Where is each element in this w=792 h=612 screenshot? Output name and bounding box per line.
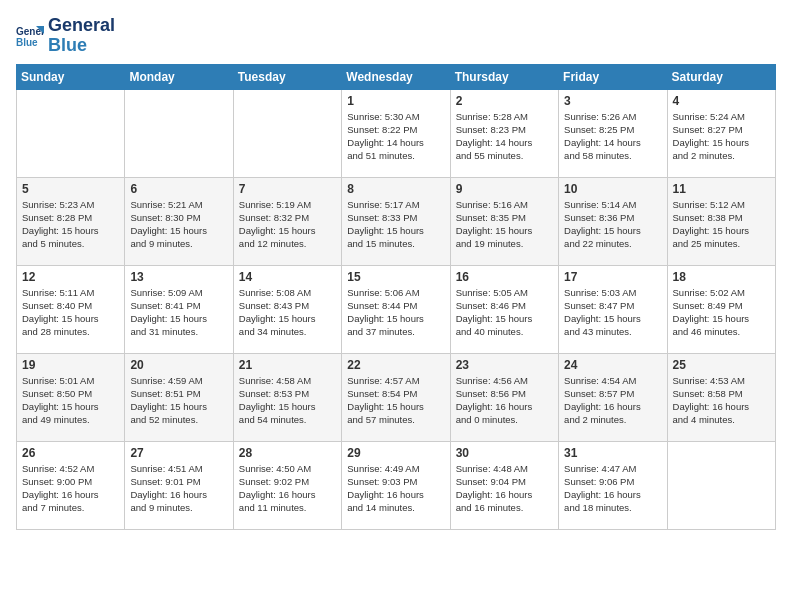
day-number: 15 — [347, 270, 444, 284]
logo: General Blue General Blue — [16, 16, 115, 56]
day-cell: 1Sunrise: 5:30 AM Sunset: 8:22 PM Daylig… — [342, 89, 450, 177]
day-number: 24 — [564, 358, 661, 372]
day-number: 26 — [22, 446, 119, 460]
day-cell: 30Sunrise: 4:48 AM Sunset: 9:04 PM Dayli… — [450, 441, 558, 529]
day-cell: 22Sunrise: 4:57 AM Sunset: 8:54 PM Dayli… — [342, 353, 450, 441]
header-cell-tuesday: Tuesday — [233, 64, 341, 89]
day-info: Sunrise: 4:48 AM Sunset: 9:04 PM Dayligh… — [456, 462, 553, 515]
day-number: 8 — [347, 182, 444, 196]
day-info: Sunrise: 4:53 AM Sunset: 8:58 PM Dayligh… — [673, 374, 770, 427]
day-number: 18 — [673, 270, 770, 284]
day-cell: 15Sunrise: 5:06 AM Sunset: 8:44 PM Dayli… — [342, 265, 450, 353]
day-info: Sunrise: 5:12 AM Sunset: 8:38 PM Dayligh… — [673, 198, 770, 251]
day-info: Sunrise: 5:09 AM Sunset: 8:41 PM Dayligh… — [130, 286, 227, 339]
day-number: 21 — [239, 358, 336, 372]
day-cell: 16Sunrise: 5:05 AM Sunset: 8:46 PM Dayli… — [450, 265, 558, 353]
day-info: Sunrise: 4:52 AM Sunset: 9:00 PM Dayligh… — [22, 462, 119, 515]
day-cell: 8Sunrise: 5:17 AM Sunset: 8:33 PM Daylig… — [342, 177, 450, 265]
day-number: 7 — [239, 182, 336, 196]
day-info: Sunrise: 4:57 AM Sunset: 8:54 PM Dayligh… — [347, 374, 444, 427]
day-number: 22 — [347, 358, 444, 372]
day-info: Sunrise: 5:17 AM Sunset: 8:33 PM Dayligh… — [347, 198, 444, 251]
day-cell: 9Sunrise: 5:16 AM Sunset: 8:35 PM Daylig… — [450, 177, 558, 265]
day-cell: 31Sunrise: 4:47 AM Sunset: 9:06 PM Dayli… — [559, 441, 667, 529]
day-number: 2 — [456, 94, 553, 108]
day-info: Sunrise: 5:19 AM Sunset: 8:32 PM Dayligh… — [239, 198, 336, 251]
day-info: Sunrise: 4:47 AM Sunset: 9:06 PM Dayligh… — [564, 462, 661, 515]
day-info: Sunrise: 5:11 AM Sunset: 8:40 PM Dayligh… — [22, 286, 119, 339]
day-info: Sunrise: 4:50 AM Sunset: 9:02 PM Dayligh… — [239, 462, 336, 515]
header-cell-sunday: Sunday — [17, 64, 125, 89]
day-info: Sunrise: 4:54 AM Sunset: 8:57 PM Dayligh… — [564, 374, 661, 427]
header-cell-saturday: Saturday — [667, 64, 775, 89]
day-cell: 17Sunrise: 5:03 AM Sunset: 8:47 PM Dayli… — [559, 265, 667, 353]
header-cell-monday: Monday — [125, 64, 233, 89]
header-cell-thursday: Thursday — [450, 64, 558, 89]
day-info: Sunrise: 5:14 AM Sunset: 8:36 PM Dayligh… — [564, 198, 661, 251]
day-cell: 18Sunrise: 5:02 AM Sunset: 8:49 PM Dayli… — [667, 265, 775, 353]
day-info: Sunrise: 5:05 AM Sunset: 8:46 PM Dayligh… — [456, 286, 553, 339]
day-cell: 2Sunrise: 5:28 AM Sunset: 8:23 PM Daylig… — [450, 89, 558, 177]
day-cell: 21Sunrise: 4:58 AM Sunset: 8:53 PM Dayli… — [233, 353, 341, 441]
svg-text:Blue: Blue — [16, 37, 38, 48]
day-number: 10 — [564, 182, 661, 196]
day-cell: 11Sunrise: 5:12 AM Sunset: 8:38 PM Dayli… — [667, 177, 775, 265]
day-number: 31 — [564, 446, 661, 460]
day-cell: 27Sunrise: 4:51 AM Sunset: 9:01 PM Dayli… — [125, 441, 233, 529]
day-cell: 19Sunrise: 5:01 AM Sunset: 8:50 PM Dayli… — [17, 353, 125, 441]
day-number: 20 — [130, 358, 227, 372]
day-cell: 4Sunrise: 5:24 AM Sunset: 8:27 PM Daylig… — [667, 89, 775, 177]
day-cell: 25Sunrise: 4:53 AM Sunset: 8:58 PM Dayli… — [667, 353, 775, 441]
header: General Blue General Blue — [16, 16, 776, 56]
week-row-4: 19Sunrise: 5:01 AM Sunset: 8:50 PM Dayli… — [17, 353, 776, 441]
day-cell: 28Sunrise: 4:50 AM Sunset: 9:02 PM Dayli… — [233, 441, 341, 529]
day-number: 29 — [347, 446, 444, 460]
day-cell: 7Sunrise: 5:19 AM Sunset: 8:32 PM Daylig… — [233, 177, 341, 265]
day-info: Sunrise: 5:08 AM Sunset: 8:43 PM Dayligh… — [239, 286, 336, 339]
day-info: Sunrise: 4:59 AM Sunset: 8:51 PM Dayligh… — [130, 374, 227, 427]
day-number: 23 — [456, 358, 553, 372]
week-row-2: 5Sunrise: 5:23 AM Sunset: 8:28 PM Daylig… — [17, 177, 776, 265]
day-cell: 5Sunrise: 5:23 AM Sunset: 8:28 PM Daylig… — [17, 177, 125, 265]
day-number: 14 — [239, 270, 336, 284]
week-row-1: 1Sunrise: 5:30 AM Sunset: 8:22 PM Daylig… — [17, 89, 776, 177]
day-info: Sunrise: 5:03 AM Sunset: 8:47 PM Dayligh… — [564, 286, 661, 339]
day-cell: 29Sunrise: 4:49 AM Sunset: 9:03 PM Dayli… — [342, 441, 450, 529]
day-number: 11 — [673, 182, 770, 196]
day-number: 3 — [564, 94, 661, 108]
day-info: Sunrise: 5:26 AM Sunset: 8:25 PM Dayligh… — [564, 110, 661, 163]
day-info: Sunrise: 5:02 AM Sunset: 8:49 PM Dayligh… — [673, 286, 770, 339]
header-cell-wednesday: Wednesday — [342, 64, 450, 89]
day-cell: 13Sunrise: 5:09 AM Sunset: 8:41 PM Dayli… — [125, 265, 233, 353]
day-number: 1 — [347, 94, 444, 108]
day-info: Sunrise: 5:06 AM Sunset: 8:44 PM Dayligh… — [347, 286, 444, 339]
day-number: 16 — [456, 270, 553, 284]
day-info: Sunrise: 4:56 AM Sunset: 8:56 PM Dayligh… — [456, 374, 553, 427]
day-cell: 26Sunrise: 4:52 AM Sunset: 9:00 PM Dayli… — [17, 441, 125, 529]
day-number: 12 — [22, 270, 119, 284]
header-cell-friday: Friday — [559, 64, 667, 89]
day-cell: 23Sunrise: 4:56 AM Sunset: 8:56 PM Dayli… — [450, 353, 558, 441]
day-cell — [125, 89, 233, 177]
day-info: Sunrise: 5:28 AM Sunset: 8:23 PM Dayligh… — [456, 110, 553, 163]
day-info: Sunrise: 5:23 AM Sunset: 8:28 PM Dayligh… — [22, 198, 119, 251]
day-cell: 12Sunrise: 5:11 AM Sunset: 8:40 PM Dayli… — [17, 265, 125, 353]
day-cell — [17, 89, 125, 177]
day-info: Sunrise: 4:51 AM Sunset: 9:01 PM Dayligh… — [130, 462, 227, 515]
logo-text: General Blue — [48, 16, 115, 56]
day-number: 25 — [673, 358, 770, 372]
day-info: Sunrise: 5:24 AM Sunset: 8:27 PM Dayligh… — [673, 110, 770, 163]
day-number: 5 — [22, 182, 119, 196]
day-info: Sunrise: 5:01 AM Sunset: 8:50 PM Dayligh… — [22, 374, 119, 427]
day-cell: 24Sunrise: 4:54 AM Sunset: 8:57 PM Dayli… — [559, 353, 667, 441]
day-number: 4 — [673, 94, 770, 108]
day-number: 30 — [456, 446, 553, 460]
day-number: 28 — [239, 446, 336, 460]
day-number: 9 — [456, 182, 553, 196]
logo-icon: General Blue — [16, 22, 44, 50]
day-number: 13 — [130, 270, 227, 284]
day-info: Sunrise: 5:16 AM Sunset: 8:35 PM Dayligh… — [456, 198, 553, 251]
day-number: 17 — [564, 270, 661, 284]
week-row-5: 26Sunrise: 4:52 AM Sunset: 9:00 PM Dayli… — [17, 441, 776, 529]
calendar-table: SundayMondayTuesdayWednesdayThursdayFrid… — [16, 64, 776, 530]
